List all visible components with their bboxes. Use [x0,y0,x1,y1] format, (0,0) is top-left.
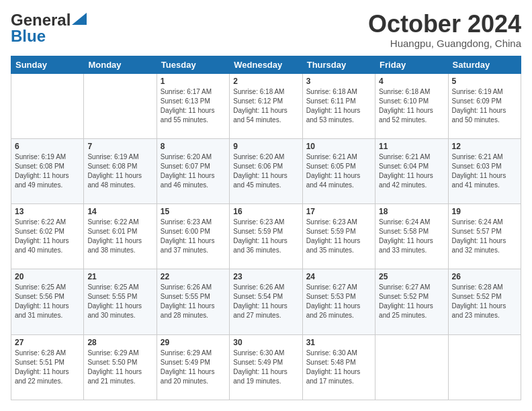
calendar-cell: 18Sunrise: 6:24 AMSunset: 5:58 PMDayligh… [375,204,448,269]
day-number: 8 [161,142,226,151]
day-info: Sunrise: 6:21 AMSunset: 6:05 PMDaylight:… [306,152,371,190]
day-info: Sunrise: 6:26 AMSunset: 5:54 PMDaylight:… [233,283,298,320]
day-info: Sunrise: 6:28 AMSunset: 5:51 PMDaylight:… [15,349,80,386]
day-number: 14 [87,207,152,216]
calendar-cell: 17Sunrise: 6:23 AMSunset: 5:59 PMDayligh… [302,204,375,269]
day-number: 26 [452,272,517,281]
calendar-cell: 29Sunrise: 6:29 AMSunset: 5:49 PMDayligh… [157,334,229,400]
day-info: Sunrise: 6:17 AMSunset: 6:13 PMDaylight:… [161,87,226,125]
day-number: 23 [233,272,298,281]
calendar-cell: 10Sunrise: 6:21 AMSunset: 6:05 PMDayligh… [302,138,375,203]
day-header-saturday: Saturday [448,56,521,73]
day-info: Sunrise: 6:26 AMSunset: 5:55 PMDaylight:… [161,283,226,320]
calendar-cell: 8Sunrise: 6:20 AMSunset: 6:07 PMDaylight… [157,138,229,203]
day-info: Sunrise: 6:28 AMSunset: 5:52 PMDaylight:… [452,283,517,320]
day-info: Sunrise: 6:29 AMSunset: 5:50 PMDaylight:… [87,349,152,386]
day-info: Sunrise: 6:21 AMSunset: 6:03 PMDaylight:… [452,152,517,190]
calendar-cell: 1Sunrise: 6:17 AMSunset: 6:13 PMDaylight… [157,73,229,138]
title-section: October 2024 Huangpu, Guangdong, China [368,11,521,49]
calendar-cell: 4Sunrise: 6:18 AMSunset: 6:10 PMDaylight… [375,73,448,138]
calendar-cell: 21Sunrise: 6:25 AMSunset: 5:55 PMDayligh… [84,269,157,334]
calendar-cell: 6Sunrise: 6:19 AMSunset: 6:08 PMDaylight… [11,138,84,203]
day-number: 30 [233,338,298,347]
calendar-cell [448,334,521,400]
day-header-sunday: Sunday [11,56,84,73]
day-header-tuesday: Tuesday [157,56,229,73]
calendar-cell: 24Sunrise: 6:27 AMSunset: 5:53 PMDayligh… [302,269,375,334]
logo-icon [72,13,87,25]
calendar-week-3: 13Sunrise: 6:22 AMSunset: 6:02 PMDayligh… [11,204,521,269]
calendar-cell [84,73,157,138]
calendar-cell: 2Sunrise: 6:18 AMSunset: 6:12 PMDaylight… [230,73,302,138]
calendar-week-4: 20Sunrise: 6:25 AMSunset: 5:56 PMDayligh… [11,269,521,334]
day-header-friday: Friday [375,56,448,73]
day-number: 31 [306,338,371,347]
day-number: 24 [306,272,371,281]
day-info: Sunrise: 6:18 AMSunset: 6:11 PMDaylight:… [306,87,371,125]
day-info: Sunrise: 6:22 AMSunset: 6:01 PMDaylight:… [87,218,152,255]
day-info: Sunrise: 6:24 AMSunset: 5:58 PMDaylight:… [379,218,444,255]
day-info: Sunrise: 6:27 AMSunset: 5:53 PMDaylight:… [306,283,371,320]
day-number: 15 [161,207,226,216]
day-number: 25 [379,272,444,281]
calendar-week-1: 1Sunrise: 6:17 AMSunset: 6:13 PMDaylight… [11,73,521,138]
day-info: Sunrise: 6:30 AMSunset: 5:49 PMDaylight:… [233,349,298,386]
day-info: Sunrise: 6:29 AMSunset: 5:49 PMDaylight:… [161,349,226,386]
day-number: 2 [233,77,298,86]
location: Huangpu, Guangdong, China [368,38,521,49]
calendar-cell: 26Sunrise: 6:28 AMSunset: 5:52 PMDayligh… [448,269,521,334]
calendar-cell: 23Sunrise: 6:26 AMSunset: 5:54 PMDayligh… [230,269,302,334]
calendar-table: SundayMondayTuesdayWednesdayThursdayFrid… [11,56,521,400]
calendar-cell: 28Sunrise: 6:29 AMSunset: 5:50 PMDayligh… [84,334,157,400]
header: General Blue October 2024 Huangpu, Guang… [11,11,521,49]
day-info: Sunrise: 6:21 AMSunset: 6:04 PMDaylight:… [379,152,444,190]
day-number: 1 [161,77,226,86]
day-number: 9 [233,142,298,151]
day-header-wednesday: Wednesday [230,56,302,73]
day-info: Sunrise: 6:27 AMSunset: 5:52 PMDaylight:… [379,283,444,320]
calendar-cell: 3Sunrise: 6:18 AMSunset: 6:11 PMDaylight… [302,73,375,138]
day-info: Sunrise: 6:22 AMSunset: 6:02 PMDaylight:… [15,218,80,255]
calendar-week-5: 27Sunrise: 6:28 AMSunset: 5:51 PMDayligh… [11,334,521,400]
day-number: 16 [233,207,298,216]
day-info: Sunrise: 6:25 AMSunset: 5:56 PMDaylight:… [15,283,80,320]
day-number: 5 [452,77,517,86]
calendar-cell: 19Sunrise: 6:24 AMSunset: 5:57 PMDayligh… [448,204,521,269]
day-number: 18 [379,207,444,216]
day-number: 6 [15,142,80,151]
day-info: Sunrise: 6:19 AMSunset: 6:09 PMDaylight:… [452,87,517,125]
calendar-cell: 16Sunrise: 6:23 AMSunset: 5:59 PMDayligh… [230,204,302,269]
calendar-cell: 27Sunrise: 6:28 AMSunset: 5:51 PMDayligh… [11,334,84,400]
day-number: 22 [161,272,226,281]
calendar-cell: 20Sunrise: 6:25 AMSunset: 5:56 PMDayligh… [11,269,84,334]
svg-marker-0 [72,13,87,25]
day-number: 4 [379,77,444,86]
day-number: 28 [87,338,152,347]
logo-text-blue: Blue [11,27,46,46]
logo: General Blue [11,11,87,46]
calendar-cell: 5Sunrise: 6:19 AMSunset: 6:09 PMDaylight… [448,73,521,138]
day-number: 27 [15,338,80,347]
day-info: Sunrise: 6:30 AMSunset: 5:48 PMDaylight:… [306,349,371,386]
calendar-cell: 25Sunrise: 6:27 AMSunset: 5:52 PMDayligh… [375,269,448,334]
day-info: Sunrise: 6:20 AMSunset: 6:06 PMDaylight:… [233,152,298,190]
day-info: Sunrise: 6:25 AMSunset: 5:55 PMDaylight:… [87,283,152,320]
calendar-cell: 15Sunrise: 6:23 AMSunset: 6:00 PMDayligh… [157,204,229,269]
calendar-cell: 12Sunrise: 6:21 AMSunset: 6:03 PMDayligh… [448,138,521,203]
day-number: 21 [87,272,152,281]
day-number: 13 [15,207,80,216]
day-info: Sunrise: 6:24 AMSunset: 5:57 PMDaylight:… [452,218,517,255]
day-number: 17 [306,207,371,216]
day-info: Sunrise: 6:20 AMSunset: 6:07 PMDaylight:… [161,152,226,190]
day-number: 19 [452,207,517,216]
day-number: 20 [15,272,80,281]
month-title: October 2024 [368,11,521,38]
calendar-cell [375,334,448,400]
calendar-cell: 13Sunrise: 6:22 AMSunset: 6:02 PMDayligh… [11,204,84,269]
calendar-cell: 7Sunrise: 6:19 AMSunset: 6:08 PMDaylight… [84,138,157,203]
day-header-thursday: Thursday [302,56,375,73]
day-number: 11 [379,142,444,151]
day-info: Sunrise: 6:23 AMSunset: 5:59 PMDaylight:… [233,218,298,255]
calendar-cell: 14Sunrise: 6:22 AMSunset: 6:01 PMDayligh… [84,204,157,269]
day-number: 10 [306,142,371,151]
